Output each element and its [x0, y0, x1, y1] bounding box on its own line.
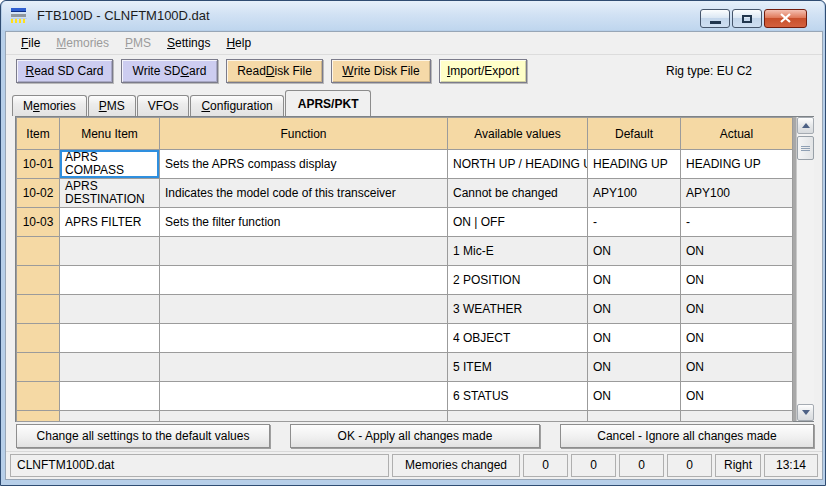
grid-cell[interactable]: ON: [588, 382, 681, 411]
scrollbar-thumb[interactable]: [797, 136, 814, 160]
grid-cell[interactable]: ON: [588, 237, 681, 266]
grid-cell[interactable]: ON: [681, 295, 793, 324]
grid-cell[interactable]: ON: [588, 324, 681, 353]
grid-cell[interactable]: [588, 411, 681, 422]
status-counter-4: 0: [667, 454, 712, 477]
grid-cell[interactable]: [160, 411, 448, 422]
grid-cell[interactable]: 1 Mic-E: [448, 237, 588, 266]
header-row: Item Menu Item Function Available values…: [17, 118, 793, 150]
minimize-button[interactable]: [700, 9, 730, 28]
grid-cell[interactable]: [60, 237, 160, 266]
grid-cell[interactable]: ON: [681, 353, 793, 382]
tab-configuration[interactable]: Configuration: [190, 95, 283, 116]
status-filename: CLNFTM100D.dat: [10, 454, 389, 477]
grid-cell[interactable]: Indicates the model code of this transce…: [160, 179, 448, 208]
menu-memories: Memories: [48, 33, 117, 53]
grid-cell[interactable]: -: [681, 208, 793, 237]
grid-cell[interactable]: ON | OFF: [448, 208, 588, 237]
app-icon-keypad-dots: [11, 18, 27, 23]
grid-cell[interactable]: [60, 353, 160, 382]
grid-cell[interactable]: Sets the filter function: [160, 208, 448, 237]
tab-aprs-pkt[interactable]: APRS/PKT: [285, 90, 372, 116]
item-cell[interactable]: [17, 324, 60, 353]
grid-cell[interactable]: [160, 324, 448, 353]
vertical-scrollbar[interactable]: [796, 117, 814, 421]
grid-cell[interactable]: APRS FILTER: [60, 208, 160, 237]
grid-cell[interactable]: ON: [681, 237, 793, 266]
grid-cell[interactable]: ON: [681, 382, 793, 411]
column-header-item: Item: [17, 118, 60, 150]
read-disk-file-button[interactable]: Read Disk File: [226, 59, 323, 83]
scroll-down-button[interactable]: [797, 404, 814, 421]
rig-type-label: Rig type: EU C2: [666, 64, 752, 78]
grid-cell[interactable]: Sets the APRS compass display: [160, 150, 448, 179]
grid-cell[interactable]: HEADING UP: [588, 150, 681, 179]
tab-pms[interactable]: PMS: [88, 95, 136, 116]
tab-memories[interactable]: Memories: [12, 95, 87, 116]
table-body: 10-01APRS COMPASSSets the APRS compass d…: [17, 150, 793, 422]
scroll-up-button[interactable]: [797, 117, 814, 134]
grid-cell[interactable]: 6 STATUS: [448, 382, 588, 411]
grid-cell[interactable]: [60, 266, 160, 295]
grid-cell[interactable]: -: [588, 208, 681, 237]
status-memories-changed: Memories changed: [392, 454, 520, 477]
item-cell[interactable]: [17, 411, 60, 422]
grid-cell[interactable]: Cannot be changed: [448, 179, 588, 208]
grid-cell[interactable]: [60, 411, 160, 422]
grid-cell[interactable]: APRS COMPASS: [60, 150, 160, 179]
menu-settings[interactable]: Settings: [159, 33, 218, 53]
ok-apply-button[interactable]: OK - Apply all changes made: [290, 424, 540, 448]
grid-cell[interactable]: ON: [588, 353, 681, 382]
item-cell[interactable]: [17, 382, 60, 411]
toolbar: Read SD Card Write SD Card Read Disk Fil…: [6, 56, 822, 88]
read-sd-card-button[interactable]: Read SD Card: [16, 59, 113, 83]
grid-cell[interactable]: HEADING UP: [681, 150, 793, 179]
maximize-button[interactable]: [732, 9, 762, 28]
grid-cell[interactable]: 2 POSITION: [448, 266, 588, 295]
grid-cell[interactable]: [160, 353, 448, 382]
import-export-button[interactable]: Import/Export: [439, 59, 527, 83]
grid-cell[interactable]: [160, 382, 448, 411]
close-icon: [779, 13, 792, 24]
grid-cell[interactable]: [448, 411, 588, 422]
table-row: 10-01APRS COMPASSSets the APRS compass d…: [17, 150, 793, 179]
grid-cell[interactable]: NORTH UP / HEADING UP: [448, 150, 588, 179]
item-cell[interactable]: [17, 295, 60, 324]
grid-cell[interactable]: [160, 295, 448, 324]
item-cell[interactable]: [17, 266, 60, 295]
grid-cell[interactable]: APY100: [681, 179, 793, 208]
menu-help[interactable]: Help: [218, 33, 259, 53]
close-button[interactable]: [764, 9, 807, 28]
item-cell[interactable]: 10-03: [17, 208, 60, 237]
write-sd-card-button[interactable]: Write SD Card: [121, 59, 218, 83]
status-counter-1: 0: [523, 454, 568, 477]
grid-cell[interactable]: ON: [681, 324, 793, 353]
grid-cell[interactable]: [60, 324, 160, 353]
table-row: [17, 411, 793, 422]
app-icon[interactable]: [11, 8, 29, 23]
grid-cell[interactable]: APY100: [588, 179, 681, 208]
item-cell[interactable]: [17, 353, 60, 382]
grid-cell[interactable]: 5 ITEM: [448, 353, 588, 382]
grid-cell[interactable]: 4 OBJECT: [448, 324, 588, 353]
tab-vfos[interactable]: VFOs: [137, 95, 190, 116]
grid-cell[interactable]: [681, 411, 793, 422]
grid-cell[interactable]: ON: [588, 266, 681, 295]
grid-cell[interactable]: APRS DESTINATION: [60, 179, 160, 208]
write-disk-file-button[interactable]: Write Disk File: [331, 59, 431, 83]
grid-cell[interactable]: 3 WEATHER: [448, 295, 588, 324]
grid-cell[interactable]: [160, 237, 448, 266]
grid-cell[interactable]: [60, 295, 160, 324]
defaults-button[interactable]: Change all settings to the default value…: [16, 424, 270, 448]
grid-cell[interactable]: [60, 382, 160, 411]
table-row: 10-02APRS DESTINATIONIndicates the model…: [17, 179, 793, 208]
grid-cell[interactable]: ON: [588, 295, 681, 324]
grid-cell[interactable]: [160, 266, 448, 295]
item-cell[interactable]: 10-01: [17, 150, 60, 179]
cancel-button[interactable]: Cancel - Ignore all changes made: [560, 424, 814, 448]
item-cell[interactable]: 10-02: [17, 179, 60, 208]
menu-file[interactable]: File: [13, 33, 48, 53]
grid-cell[interactable]: ON: [681, 266, 793, 295]
item-cell[interactable]: [17, 237, 60, 266]
app-icon-gray-bar: [11, 14, 26, 17]
